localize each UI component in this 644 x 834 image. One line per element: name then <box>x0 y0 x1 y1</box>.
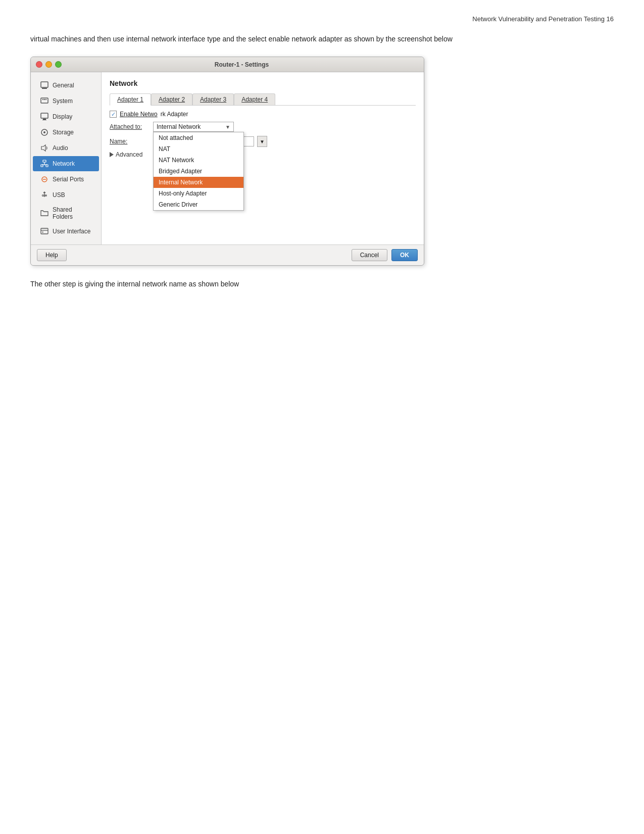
enable-network-label-rest: rk Adapter <box>161 111 188 118</box>
svg-rect-1 <box>42 88 47 89</box>
window-title: Router-1 - Settings <box>65 61 419 68</box>
svg-rect-0 <box>41 82 48 87</box>
svg-point-20 <box>42 195 44 197</box>
dropdown-option-generic[interactable]: Generic Driver <box>154 199 243 210</box>
serial-ports-icon <box>40 175 49 184</box>
main-content: Network Adapter 1 Adapter 2 Adapter 3 Ad… <box>102 72 424 244</box>
svg-rect-3 <box>42 99 43 100</box>
user-interface-icon <box>40 227 49 236</box>
minimize-button[interactable] <box>45 61 52 68</box>
sidebar-item-network-label: Network <box>53 160 75 167</box>
sidebar-item-shared-folders-label: Shared Folders <box>53 206 92 220</box>
svg-rect-22 <box>41 228 48 234</box>
help-button[interactable]: Help <box>37 249 67 261</box>
shared-folders-icon <box>40 209 49 218</box>
audio-icon <box>40 143 49 153</box>
svg-rect-12 <box>43 160 46 162</box>
attached-dropdown-display[interactable]: Internal Network ▼ <box>153 122 234 132</box>
network-icon <box>40 159 49 168</box>
virtualbox-window: Router-1 - Settings General System <box>30 57 424 266</box>
tab-adapter1[interactable]: Adapter 1 <box>110 93 151 106</box>
svg-rect-4 <box>44 99 45 100</box>
close-button[interactable] <box>36 61 42 68</box>
sidebar-item-display[interactable]: Display <box>33 109 99 124</box>
svg-marker-11 <box>41 145 45 151</box>
tab-adapter2[interactable]: Adapter 2 <box>151 93 192 105</box>
titlebar: Router-1 - Settings <box>31 57 424 72</box>
advanced-label: Advanced <box>116 151 142 158</box>
section-title: Network <box>110 79 416 87</box>
svg-rect-7 <box>43 119 46 120</box>
footer-right-buttons: Cancel OK <box>352 249 418 261</box>
enable-network-row: ✓ Enable Netwo rk Adapter <box>110 111 416 118</box>
dropdown-option-nat-network[interactable]: NAT Network <box>154 155 243 166</box>
general-icon <box>40 81 49 90</box>
adapter-tabs: Adapter 1 Adapter 2 Adapter 3 Adapter 4 <box>110 93 416 106</box>
cancel-button[interactable]: Cancel <box>352 249 387 261</box>
storage-icon <box>40 128 49 137</box>
svg-rect-21 <box>45 195 46 196</box>
dropdown-option-internal[interactable]: Internal Network <box>154 177 243 188</box>
svg-rect-24 <box>42 231 43 233</box>
attached-dropdown-value: Internal Network <box>157 123 201 130</box>
display-icon <box>40 112 49 121</box>
sidebar: General System Display Storage <box>31 72 102 244</box>
sidebar-item-user-interface-label: User Interface <box>53 228 90 235</box>
svg-rect-5 <box>45 99 46 100</box>
dropdown-option-not-attached[interactable]: Not attached <box>154 132 243 143</box>
attached-dropdown-container: Internal Network ▼ Not attached NAT NAT … <box>153 122 234 132</box>
maximize-button[interactable] <box>55 61 62 68</box>
sidebar-item-usb[interactable]: USB <box>33 187 99 203</box>
svg-rect-14 <box>46 165 48 167</box>
dropdown-option-host-only[interactable]: Host-only Adapter <box>154 188 243 199</box>
ok-button[interactable]: OK <box>391 249 418 261</box>
sidebar-item-serial-ports[interactable]: Serial Ports <box>33 172 99 187</box>
svg-point-10 <box>43 131 45 133</box>
attached-to-row: Attached to: Internal Network ▼ Not atta… <box>110 122 416 132</box>
sidebar-item-system-label: System <box>53 97 73 105</box>
intro-text: virtual machines and then use internal n… <box>30 33 614 45</box>
svg-rect-2 <box>41 98 48 103</box>
sidebar-item-general[interactable]: General <box>33 78 99 93</box>
tab-adapter3[interactable]: Adapter 3 <box>192 93 234 105</box>
sidebar-item-system[interactable]: System <box>33 93 99 109</box>
sidebar-item-storage[interactable]: Storage <box>33 125 99 140</box>
sidebar-item-display-label: Display <box>53 113 72 120</box>
system-icon <box>40 96 49 106</box>
sidebar-item-serial-ports-label: Serial Ports <box>53 176 84 183</box>
sidebar-item-usb-label: USB <box>53 191 65 199</box>
tab-adapter4[interactable]: Adapter 4 <box>234 93 275 105</box>
sidebar-item-storage-label: Storage <box>53 129 74 136</box>
sidebar-item-network[interactable]: Network <box>33 156 99 171</box>
chevron-down-icon: ▼ <box>225 124 230 130</box>
name-dropdown-arrow[interactable]: ▼ <box>257 136 267 147</box>
svg-rect-8 <box>42 120 46 120</box>
svg-rect-13 <box>41 165 43 167</box>
footer: Help Cancel OK <box>31 244 424 265</box>
sidebar-item-audio-label: Audio <box>53 144 68 152</box>
bottom-text: The other step is giving the internal ne… <box>30 278 614 290</box>
attached-to-label: Attached to: <box>110 123 150 130</box>
sidebar-item-audio[interactable]: Audio <box>33 140 99 156</box>
enable-network-label: Enable Netwo <box>120 111 158 118</box>
enable-checkbox[interactable]: ✓ <box>110 111 117 118</box>
sidebar-item-general-label: General <box>53 82 74 89</box>
name-label: Name: <box>110 138 150 145</box>
dropdown-option-bridged[interactable]: Bridged Adapter <box>154 166 243 177</box>
usb-icon <box>40 190 49 200</box>
triangle-icon <box>110 152 114 157</box>
sidebar-item-user-interface[interactable]: User Interface <box>33 224 99 239</box>
attached-dropdown-menu: Not attached NAT NAT Network Bridged Ada… <box>153 132 244 211</box>
dropdown-option-nat[interactable]: NAT <box>154 143 243 155</box>
svg-rect-6 <box>41 113 48 118</box>
page-header: Network Vulnerability and Penetration Te… <box>30 15 614 23</box>
sidebar-item-shared-folders[interactable]: Shared Folders <box>33 203 99 223</box>
